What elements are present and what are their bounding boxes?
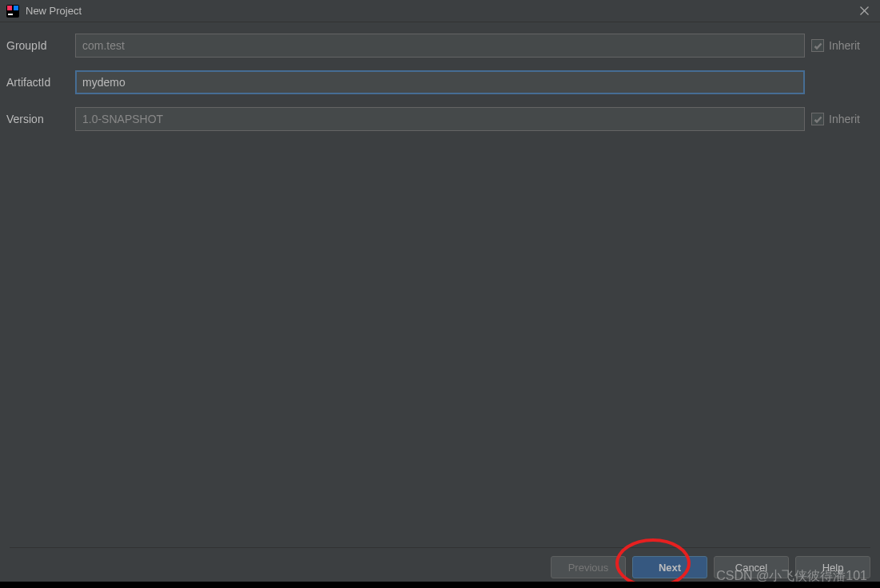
svg-rect-2: [14, 6, 18, 10]
groupid-inherit[interactable]: Inherit: [811, 39, 874, 52]
groupid-input[interactable]: [75, 34, 805, 58]
help-button[interactable]: Help: [795, 556, 870, 578]
version-inherit-checkbox[interactable]: [811, 113, 824, 125]
check-icon: [814, 42, 822, 50]
svg-rect-3: [8, 14, 13, 15]
form-content: GroupId Inherit ArtifactId Version Inher…: [0, 22, 880, 150]
previous-button[interactable]: Previous: [551, 556, 626, 578]
svg-rect-1: [7, 6, 12, 10]
version-inherit[interactable]: Inherit: [811, 113, 874, 125]
artifactid-row: ArtifactId: [6, 70, 874, 94]
window-title: New Project: [26, 5, 851, 17]
titlebar: New Project: [0, 0, 880, 22]
next-button[interactable]: Next: [632, 556, 707, 578]
groupid-inherit-checkbox[interactable]: [811, 39, 824, 52]
version-inherit-label: Inherit: [829, 113, 860, 125]
version-label: Version: [6, 113, 69, 125]
groupid-label: GroupId: [6, 39, 69, 52]
artifactid-label: ArtifactId: [6, 76, 69, 89]
app-icon: [6, 5, 19, 18]
close-icon: [860, 6, 869, 15]
cancel-button[interactable]: Cancel: [714, 556, 789, 578]
groupid-row: GroupId Inherit: [6, 34, 874, 58]
check-icon: [814, 115, 822, 124]
artifactid-input[interactable]: [75, 70, 805, 94]
groupid-inherit-label: Inherit: [829, 39, 860, 52]
version-row: Version Inherit: [6, 107, 874, 131]
footer-buttons: Previous Next Cancel Help: [10, 547, 870, 578]
bottom-bar: [0, 582, 880, 588]
close-button[interactable]: [851, 0, 877, 22]
version-input[interactable]: [75, 107, 805, 131]
